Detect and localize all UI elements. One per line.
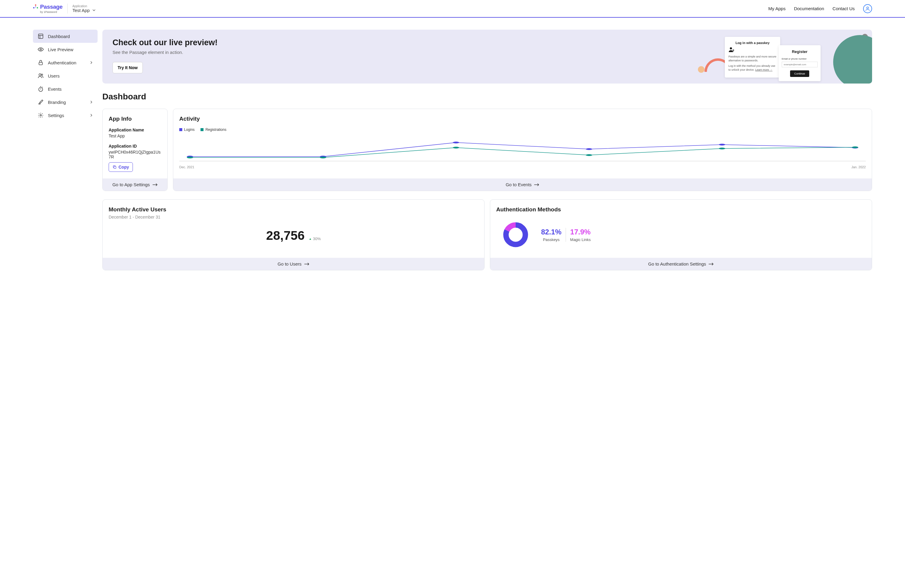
nav-my-apps[interactable]: My Apps: [768, 6, 786, 11]
svg-point-24: [187, 157, 193, 158]
svg-point-14: [730, 47, 732, 49]
legend-logins-label: Logins: [184, 127, 195, 132]
mau-title: Monthly Active Users: [109, 206, 478, 213]
dashboard-icon: [38, 33, 44, 39]
preview-login-p1: Passkeys are a simple and more secure al…: [729, 55, 776, 62]
legend-swatch-logins: [179, 128, 182, 131]
go-to-app-settings-button[interactable]: Go to App Settings: [103, 178, 167, 191]
sidebar-item-dashboard[interactable]: Dashboard: [33, 30, 98, 43]
app-name-value: Test App: [109, 133, 161, 138]
svg-point-26: [453, 147, 459, 148]
app-selector-label: Application: [72, 5, 96, 8]
sidebar-item-users[interactable]: Users: [33, 69, 98, 82]
axis-end: Jan. 2022: [851, 165, 866, 169]
logo-text: Passage: [40, 3, 62, 10]
preview-login-title: Log in with a passkey: [729, 41, 776, 44]
arrow-right-icon: [534, 183, 539, 186]
logo-block[interactable]: Passage by 1Password: [33, 3, 68, 13]
svg-point-22: [719, 144, 726, 146]
copy-label: Copy: [119, 165, 129, 170]
sidebar-item-label: Settings: [48, 113, 64, 118]
footer-label: Go to App Settings: [112, 182, 150, 187]
sidebar-item-label: Events: [48, 86, 62, 92]
legend-logins: Logins: [179, 127, 195, 132]
content-area: ✕ Check out our live preview! See the Pa…: [102, 30, 872, 279]
avatar-button[interactable]: [863, 4, 872, 13]
svg-point-8: [40, 49, 41, 50]
svg-point-20: [453, 141, 459, 143]
svg-rect-9: [39, 62, 43, 65]
logo-subtext: by 1Password: [40, 11, 62, 13]
sidebar-item-live-preview[interactable]: Live Preview: [33, 43, 98, 56]
stopwatch-icon: [38, 86, 44, 92]
svg-point-0: [35, 5, 36, 6]
decorative-circle-big: [833, 35, 872, 84]
chevron-right-icon: [90, 114, 93, 117]
sidebar-item-settings[interactable]: Settings: [33, 109, 98, 122]
sidebar-item-label: Branding: [48, 100, 66, 105]
gear-icon: [38, 112, 44, 118]
arrow-right-icon: [152, 183, 158, 186]
chevron-down-icon: [92, 8, 96, 12]
svg-point-15: [733, 50, 734, 51]
sidebar-item-label: Users: [48, 73, 60, 78]
svg-point-28: [719, 148, 726, 149]
svg-point-29: [852, 146, 858, 148]
lock-icon: [38, 60, 44, 65]
app-id-value: ywIPCH0x46R1QjZIgpa1Us7R: [109, 150, 161, 159]
app-info-card: App Info Application Name Test App Appli…: [102, 109, 168, 191]
legend-swatch-registrations: [200, 128, 203, 131]
svg-point-12: [39, 87, 43, 91]
footer-label: Go to Authentication Settings: [648, 261, 706, 267]
app-selector[interactable]: Application Test App: [72, 5, 96, 13]
hero-banner: ✕ Check out our live preview! See the Pa…: [102, 30, 872, 84]
try-it-now-button[interactable]: Try It Now: [113, 62, 143, 73]
copy-button[interactable]: Copy: [109, 162, 133, 172]
go-to-auth-settings-button[interactable]: Go to Authentication Settings: [490, 258, 872, 270]
sidebar-item-label: Authentication: [48, 60, 76, 65]
activity-legend: Logins Registrations: [179, 127, 866, 132]
go-to-events-button[interactable]: Go to Events: [173, 178, 872, 191]
svg-point-4: [867, 7, 868, 9]
mau-delta: ▲ 30%: [309, 237, 321, 241]
sidebar-item-label: Dashboard: [48, 34, 70, 39]
sidebar-item-events[interactable]: Events: [33, 82, 98, 95]
mau-card: Monthly Active Users December 1 - Decemb…: [102, 199, 484, 270]
legend-registrations: Registrations: [200, 127, 226, 132]
activity-axis: Dec. 2021 Jan. 2022: [179, 165, 866, 169]
activity-title: Activity: [179, 116, 866, 122]
svg-point-3: [35, 6, 36, 8]
app-info-title: App Info: [109, 116, 161, 122]
app-id-label: Application ID: [109, 144, 161, 148]
preview-continue-button: Continue: [790, 70, 809, 77]
cards-row-2: Monthly Active Users December 1 - Decemb…: [102, 199, 872, 270]
triangle-up-icon: ▲: [309, 237, 312, 240]
svg-point-27: [586, 154, 592, 156]
activity-card: Activity Logins Registrations Dec.: [173, 109, 872, 191]
logo-mark-icon: [33, 4, 38, 10]
eye-icon: [38, 46, 44, 52]
app-selector-value: Test App: [72, 8, 90, 13]
go-to-users-button[interactable]: Go to Users: [103, 258, 484, 270]
page-title: Dashboard: [102, 92, 872, 102]
arrow-right-icon: [304, 262, 310, 266]
magic-label: Magic Links: [570, 237, 591, 242]
header-nav: My Apps Documentation Contact Us: [768, 4, 872, 13]
stat-passkeys: 82.1% Passkeys: [541, 228, 561, 242]
nav-contact[interactable]: Contact Us: [833, 6, 855, 11]
sidebar-item-branding[interactable]: Branding: [33, 95, 98, 109]
hero-graphics: Log in with a passkey Passkeys are a sim…: [710, 30, 872, 84]
preview-register-card: Register Email or phone number Continue: [779, 45, 821, 81]
chevron-right-icon: [90, 100, 93, 103]
header-left: Passage by 1Password Application Test Ap…: [33, 3, 96, 13]
svg-point-11: [41, 74, 43, 75]
sidebar-item-authentication[interactable]: Authentication: [33, 56, 98, 69]
preview-learn-more-link: Learn more →: [755, 68, 773, 71]
svg-point-13: [40, 114, 41, 116]
decorative-circle-small: [698, 66, 705, 73]
svg-rect-16: [114, 167, 116, 168]
legend-registrations-label: Registrations: [205, 127, 226, 132]
chevron-right-icon: [90, 61, 93, 64]
nav-documentation[interactable]: Documentation: [794, 6, 824, 11]
auth-methods-card: Authentication Methods 82.1% Passkeys 17…: [490, 199, 872, 270]
